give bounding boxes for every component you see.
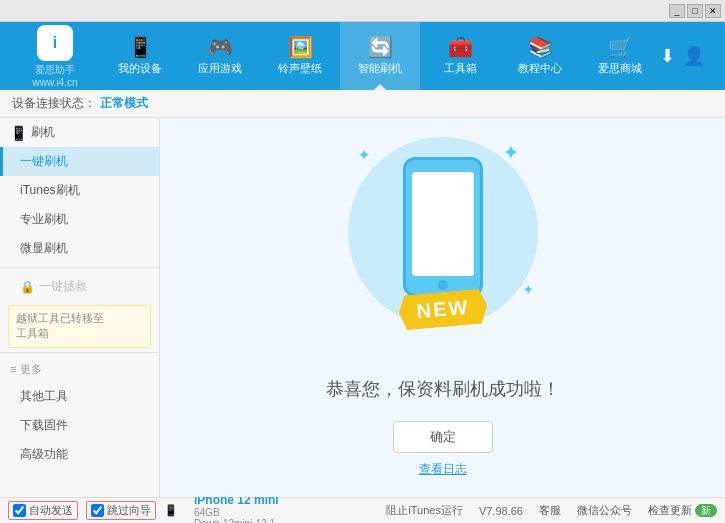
show-flash-label: 微显刷机 <box>20 241 68 255</box>
nav-store-label: 爱思商城 <box>598 61 642 76</box>
logo-area: i 爱思助手 www.i4.cn <box>10 25 100 88</box>
user-icon[interactable]: 👤 <box>683 45 705 67</box>
secondary-link[interactable]: 查看日志 <box>419 461 467 478</box>
skip-wizard-checkbox-label[interactable]: 跳过向导 <box>86 501 156 520</box>
nav-my-device-icon: 📱 <box>128 37 153 57</box>
wechat-btn[interactable]: 微信公众号 <box>577 503 632 518</box>
jailbreak-notice-text: 越狱工具已转移至工具箱 <box>16 312 104 339</box>
status-value: 正常模式 <box>100 95 148 112</box>
sidebar-item-download-fw[interactable]: 下载固件 <box>0 411 159 440</box>
bottom-right: 阻止iTunes运行 V7.98.66 客服 微信公众号 检查更新 新 <box>386 503 717 518</box>
nav-store[interactable]: 🛒 爱思商城 <box>580 22 660 90</box>
lock-icon: 🔒 <box>20 280 35 294</box>
status-bar: 设备连接状态： 正常模式 <box>0 90 725 118</box>
confirm-button[interactable]: 确定 <box>393 421 493 453</box>
version: V7.98.66 <box>479 505 523 517</box>
auto-send-checkbox[interactable] <box>13 504 26 517</box>
new-label: NEW <box>415 296 469 323</box>
window-controls[interactable]: _ □ ✕ <box>669 4 721 18</box>
nav-my-device[interactable]: 📱 我的设备 <box>100 22 180 90</box>
sidebar-divider-1 <box>0 267 159 268</box>
logo-icon: i <box>37 25 73 61</box>
phone-screen <box>412 172 474 276</box>
sidebar-item-one-click[interactable]: 一键刷机 <box>0 147 159 176</box>
logo-url: www.i4.cn <box>32 77 77 88</box>
itunes-stop[interactable]: 阻止iTunes运行 <box>386 503 463 518</box>
sidebar-item-advanced[interactable]: 高级功能 <box>0 440 159 469</box>
nav-tutorial[interactable]: 📚 教程中心 <box>500 22 580 90</box>
bottom-bar: 自动发送 跳过向导 📱 iPhone 12 mini 64GB Down-12m… <box>0 497 725 523</box>
nav-ringtones-label: 铃声壁纸 <box>278 61 322 76</box>
sparkle-1: ✦ <box>358 147 370 163</box>
auto-send-checkbox-label[interactable]: 自动发送 <box>8 501 78 520</box>
content-area: ✦ ✦ ✦ NEW 恭喜您，保资料刷机成功啦！ 确定 查看日志 <box>160 118 725 497</box>
sidebar: 📱 刷机 一键刷机 iTunes刷机 专业刷机 微显刷机 🔒 一键拯救 越狱工具… <box>0 118 160 497</box>
auto-send-label: 自动发送 <box>29 503 73 518</box>
nav-apps-games-label: 应用游戏 <box>198 61 242 76</box>
maximize-btn[interactable]: □ <box>687 4 703 18</box>
sidebar-section-flash: 📱 刷机 <box>0 118 159 147</box>
skip-wizard-label: 跳过向导 <box>107 503 151 518</box>
nav-apps-games-icon: 🎮 <box>208 37 233 57</box>
close-btn[interactable]: ✕ <box>705 4 721 18</box>
header-right: ⬇ 👤 <box>660 45 715 67</box>
phone-shape <box>403 157 483 297</box>
sidebar-item-other-tools[interactable]: 其他工具 <box>0 382 159 411</box>
flash-section-icon: 📱 <box>10 125 27 141</box>
nav-smart-flash-label: 智能刷机 <box>358 61 402 76</box>
nav-toolbox[interactable]: 🧰 工具箱 <box>420 22 500 90</box>
status-label: 设备连接状态： <box>12 95 96 112</box>
nav-toolbox-label: 工具箱 <box>444 61 477 76</box>
flash-section-label: 刷机 <box>31 124 55 141</box>
jailbreak-notice: 越狱工具已转移至工具箱 <box>8 305 151 348</box>
nav-tutorial-icon: 📚 <box>528 37 553 57</box>
check-update-btn[interactable]: 检查更新 新 <box>648 503 717 518</box>
title-bar: _ □ ✕ <box>0 0 725 22</box>
update-badge: 新 <box>695 504 717 517</box>
check-update-label: 检查更新 <box>648 504 692 516</box>
main-layout: 📱 刷机 一键刷机 iTunes刷机 专业刷机 微显刷机 🔒 一键拯救 越狱工具… <box>0 118 725 497</box>
nav-ringtones[interactable]: 🖼️ 铃声壁纸 <box>260 22 340 90</box>
sidebar-item-pro-flash[interactable]: 专业刷机 <box>0 205 159 234</box>
download-fw-label: 下载固件 <box>20 418 68 432</box>
skip-wizard-checkbox[interactable] <box>91 504 104 517</box>
confirm-btn-label: 确定 <box>430 428 456 446</box>
more-section-icon: ≡ <box>10 363 16 375</box>
phone-home-btn <box>438 280 448 290</box>
sparkle-3: ✦ <box>523 283 533 297</box>
header: i 爱思助手 www.i4.cn 📱 我的设备 🎮 应用游戏 🖼️ 铃声壁纸 🔄… <box>0 22 725 90</box>
success-text: 恭喜您，保资料刷机成功啦！ <box>326 377 560 401</box>
pro-flash-label: 专业刷机 <box>20 212 68 226</box>
other-tools-label: 其他工具 <box>20 389 68 403</box>
sidebar-item-show-flash[interactable]: 微显刷机 <box>0 234 159 263</box>
nav-smart-flash[interactable]: 🔄 智能刷机 <box>340 22 420 90</box>
sidebar-divider-2 <box>0 352 159 353</box>
more-section-label: 更多 <box>20 362 42 377</box>
nav-tutorial-label: 教程中心 <box>518 61 562 76</box>
one-click-label: 一键刷机 <box>20 154 68 168</box>
device-system: Down-12mini-13,1 <box>194 518 279 524</box>
advanced-label: 高级功能 <box>20 447 68 461</box>
device-storage: 64GB <box>194 507 279 518</box>
itunes-label: iTunes刷机 <box>20 183 80 197</box>
sidebar-section-more: ≡ 更多 <box>0 357 159 382</box>
device-icon: 📱 <box>164 504 178 517</box>
sidebar-section-rescue: 🔒 一键拯救 <box>0 272 159 301</box>
device-info: iPhone 12 mini 64GB Down-12mini-13,1 <box>194 493 279 524</box>
nav-apps-games[interactable]: 🎮 应用游戏 <box>180 22 260 90</box>
nav-my-device-label: 我的设备 <box>118 61 162 76</box>
nav-ringtones-icon: 🖼️ <box>288 37 313 57</box>
customer-service-btn[interactable]: 客服 <box>539 503 561 518</box>
nav-toolbox-icon: 🧰 <box>448 37 473 57</box>
rescue-label: 一键拯救 <box>39 278 87 295</box>
download-icon[interactable]: ⬇ <box>660 45 675 67</box>
phone-illustration: ✦ ✦ ✦ NEW <box>343 137 543 357</box>
nav-smart-flash-icon: 🔄 <box>368 37 393 57</box>
logo-name: 爱思助手 <box>35 63 75 77</box>
nav-store-icon: 🛒 <box>608 37 633 57</box>
sidebar-item-itunes[interactable]: iTunes刷机 <box>0 176 159 205</box>
bottom-left: 自动发送 跳过向导 📱 iPhone 12 mini 64GB Down-12m… <box>8 493 376 524</box>
nav-items: 📱 我的设备 🎮 应用游戏 🖼️ 铃声壁纸 🔄 智能刷机 🧰 工具箱 📚 教程中… <box>100 22 660 90</box>
sparkle-2: ✦ <box>503 142 518 164</box>
minimize-btn[interactable]: _ <box>669 4 685 18</box>
